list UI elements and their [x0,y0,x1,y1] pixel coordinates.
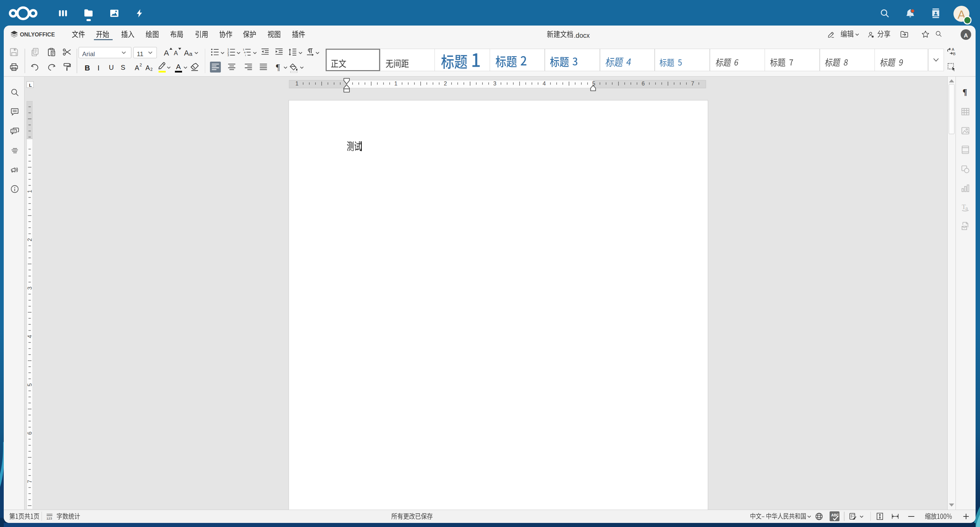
svg-text:2: 2 [27,238,33,241]
svg-text:4: 4 [543,80,546,86]
svg-text:3: 3 [27,287,33,290]
svg-text:4: 4 [27,335,33,338]
svg-text:a: a [244,51,246,54]
svg-text:1: 1 [395,80,398,86]
svg-text:5: 5 [27,383,33,386]
svg-text:1: 1 [243,48,244,51]
svg-text:7: 7 [27,480,33,483]
svg-text:3: 3 [227,53,229,57]
svg-text:A: A [952,47,955,51]
svg-text:123: 123 [46,516,52,520]
svg-text:1: 1 [295,80,298,86]
svg-text:3: 3 [493,80,496,86]
svg-text:¶: ¶ [963,88,967,97]
svg-text:i: i [245,54,246,57]
svg-text:6: 6 [27,431,33,435]
svg-text:¶: ¶ [276,62,280,72]
svg-text:2: 2 [444,80,447,86]
svg-text:B: B [953,51,956,56]
svg-text:7: 7 [691,80,694,86]
svg-text:6: 6 [642,80,645,86]
svg-text:1: 1 [27,190,33,193]
